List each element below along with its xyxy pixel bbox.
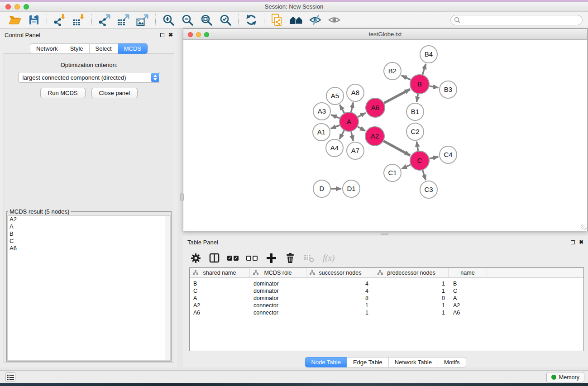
graph-node-A2[interactable]: A2 bbox=[365, 127, 384, 146]
new-network-selection-button[interactable] bbox=[268, 13, 287, 27]
graph-node-B[interactable]: B bbox=[410, 75, 429, 94]
graph-node-A8[interactable]: A8 bbox=[347, 84, 364, 101]
table-row[interactable]: Cdominator41C bbox=[190, 287, 583, 295]
close-panel-icon[interactable]: ✖ bbox=[579, 240, 583, 244]
graph-edge-A2-C[interactable] bbox=[383, 141, 410, 156]
zoom-selected-button[interactable] bbox=[216, 13, 235, 27]
float-panel-icon[interactable] bbox=[571, 240, 575, 244]
graph-node-A1[interactable]: A1 bbox=[313, 124, 330, 141]
horizontal-splitter-handle[interactable] bbox=[381, 232, 388, 235]
graph-edge-C-C2[interactable] bbox=[416, 142, 418, 151]
close-network-button[interactable] bbox=[188, 32, 193, 37]
mcds-result-item[interactable]: A bbox=[8, 223, 170, 230]
graph-edge-C-C4[interactable] bbox=[430, 157, 439, 158]
graph-edge-A-A4[interactable] bbox=[339, 130, 344, 139]
show-all-button[interactable] bbox=[325, 13, 344, 27]
split-table-button[interactable] bbox=[209, 251, 220, 265]
graph-node-D[interactable]: D bbox=[313, 180, 330, 197]
tab-node-table[interactable]: Node Table bbox=[305, 357, 347, 367]
graph-edge-A-A1[interactable] bbox=[331, 125, 340, 129]
column-header-successor-nodes[interactable]: successor nodes bbox=[306, 268, 374, 277]
export-table-button[interactable] bbox=[114, 13, 133, 27]
delete-table-button[interactable] bbox=[303, 251, 315, 265]
graph-edge-A-A8[interactable] bbox=[351, 102, 354, 112]
graph-node-C4[interactable]: C4 bbox=[440, 146, 457, 163]
export-network-button[interactable] bbox=[95, 13, 114, 27]
column-header-mcds-role[interactable]: MCDS role bbox=[250, 268, 306, 277]
table-row[interactable]: A6connector11A6 bbox=[190, 309, 583, 316]
graph-node-B4[interactable]: B4 bbox=[420, 46, 437, 63]
search-input[interactable] bbox=[450, 15, 583, 25]
table-row[interactable]: A2connector11A2 bbox=[190, 302, 583, 309]
graph-edge-B-B4[interactable] bbox=[422, 64, 425, 75]
scrollbar-track[interactable] bbox=[165, 216, 170, 360]
graph-node-A[interactable]: A bbox=[339, 112, 359, 131]
zoom-fit-button[interactable] bbox=[197, 13, 216, 27]
show-all-columns-button[interactable]: ✓ ✓ bbox=[227, 256, 239, 261]
graph-node-A4[interactable]: A4 bbox=[326, 139, 343, 157]
tab-edge-table[interactable]: Edge Table bbox=[347, 357, 389, 367]
float-panel-icon[interactable] bbox=[160, 33, 164, 37]
optimization-criterion-select[interactable]: largest connected component (directed) bbox=[18, 72, 160, 83]
graph-edge-A-A6[interactable] bbox=[358, 113, 365, 117]
mcds-result-item[interactable]: C bbox=[8, 238, 170, 245]
graph-edge-A-A5[interactable] bbox=[340, 105, 344, 113]
graph-edge-A-A3[interactable] bbox=[331, 115, 340, 118]
table-row[interactable]: Adominator80A bbox=[190, 295, 583, 302]
resize-grip-icon[interactable] bbox=[581, 224, 587, 230]
graph-edge-A-A2[interactable] bbox=[358, 127, 365, 131]
run-mcds-button[interactable]: Run MCDS bbox=[40, 88, 86, 98]
tab-select[interactable]: Select bbox=[90, 43, 118, 54]
show-panels-button[interactable] bbox=[5, 372, 15, 382]
hide-selected-button[interactable] bbox=[306, 13, 325, 27]
import-table-button[interactable] bbox=[69, 13, 88, 27]
table-settings-button[interactable] bbox=[190, 251, 201, 265]
column-header-shared-name[interactable]: shared name bbox=[190, 268, 250, 277]
import-network-button[interactable] bbox=[50, 13, 69, 27]
export-image-button[interactable] bbox=[133, 13, 152, 27]
graph-edge-B-B2[interactable] bbox=[402, 76, 411, 80]
zoom-out-button[interactable] bbox=[178, 13, 197, 27]
tab-motifs[interactable]: Motifs bbox=[438, 357, 466, 367]
refresh-button[interactable] bbox=[242, 13, 261, 27]
column-header-name[interactable]: name bbox=[449, 268, 487, 277]
zoom-in-button[interactable] bbox=[159, 13, 178, 27]
graph-edge-C-C3[interactable] bbox=[423, 170, 426, 180]
close-panel-button[interactable]: Close panel bbox=[91, 88, 138, 98]
maximize-network-button[interactable] bbox=[204, 32, 209, 37]
graph-node-B1[interactable]: B1 bbox=[406, 103, 424, 120]
graph-node-B3[interactable]: B3 bbox=[440, 81, 457, 98]
column-header-predecessor-nodes[interactable]: predecessor nodes bbox=[374, 268, 449, 277]
graph-node-B2[interactable]: B2 bbox=[384, 62, 401, 80]
first-neighbors-button[interactable] bbox=[287, 13, 306, 27]
minimize-network-button[interactable] bbox=[196, 32, 201, 37]
network-window-titlebar[interactable]: testGlobe.txt bbox=[183, 29, 587, 40]
graph-node-A5[interactable]: A5 bbox=[326, 87, 344, 105]
graph-edge-B-B1[interactable] bbox=[417, 94, 418, 102]
graph-edge-A6-B[interactable] bbox=[384, 89, 410, 103]
add-column-button[interactable] bbox=[265, 251, 277, 265]
graph-edge-C-C1[interactable] bbox=[402, 165, 411, 169]
graph-node-C[interactable]: C bbox=[410, 151, 429, 170]
graph-node-D1[interactable]: D1 bbox=[343, 180, 360, 197]
save-session-button[interactable] bbox=[24, 13, 43, 27]
mcds-result-item[interactable]: B bbox=[8, 230, 170, 238]
tab-network[interactable]: Network bbox=[30, 43, 64, 54]
tab-network-table[interactable]: Network Table bbox=[389, 357, 438, 367]
mcds-result-item[interactable]: A2 bbox=[8, 216, 170, 223]
graph-node-C3[interactable]: C3 bbox=[420, 181, 437, 198]
memory-button[interactable]: Memory bbox=[546, 372, 584, 382]
maximize-window-button[interactable] bbox=[24, 4, 29, 10]
graph-edge-B-B3[interactable] bbox=[430, 86, 439, 88]
open-session-button[interactable] bbox=[5, 13, 24, 27]
graph-edge-A-A7[interactable] bbox=[351, 131, 354, 141]
close-panel-icon[interactable]: ✖ bbox=[168, 33, 173, 37]
graph-node-C2[interactable]: C2 bbox=[406, 123, 424, 140]
minimize-window-button[interactable] bbox=[14, 4, 20, 10]
tab-style[interactable]: Style bbox=[64, 43, 90, 54]
vertical-splitter-handle[interactable] bbox=[180, 193, 184, 201]
delete-column-button[interactable] bbox=[285, 251, 296, 265]
graph-node-C1[interactable]: C1 bbox=[384, 164, 401, 181]
tab-mcds[interactable]: MCDS bbox=[118, 43, 148, 54]
hide-all-columns-button[interactable] bbox=[246, 256, 258, 261]
